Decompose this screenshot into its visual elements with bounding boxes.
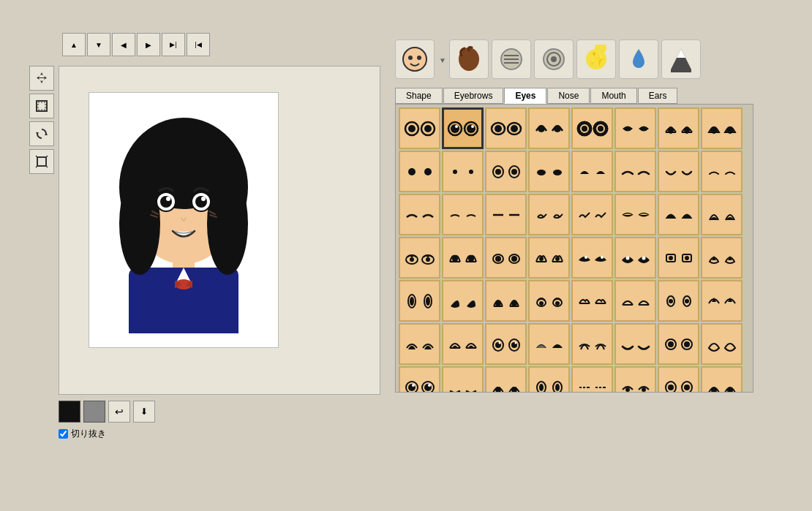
- undo-button[interactable]: ↩: [108, 401, 130, 423]
- eye-option-47[interactable]: [658, 323, 699, 365]
- moon-category-icon[interactable]: ✨: [576, 39, 616, 79]
- svg-point-133: [498, 341, 500, 344]
- eye-option-37[interactable]: [571, 280, 613, 322]
- eye-option-26[interactable]: [442, 237, 484, 279]
- eye-option-20[interactable]: [528, 194, 570, 235]
- eye-option-1[interactable]: [399, 107, 440, 149]
- eye-option-5[interactable]: [571, 107, 613, 149]
- eye-option-18[interactable]: [442, 194, 484, 235]
- eye-option-52[interactable]: [528, 366, 570, 393]
- save-button[interactable]: ⬇: [133, 401, 155, 423]
- eye-option-56[interactable]: [701, 366, 743, 393]
- crop-checkbox[interactable]: [59, 429, 68, 439]
- eye-option-38[interactable]: [614, 280, 656, 322]
- down-btn[interactable]: ▼: [87, 33, 110, 56]
- eye-option-46[interactable]: [614, 323, 656, 365]
- eye-option-41[interactable]: [399, 323, 440, 365]
- eye-option-19[interactable]: [485, 194, 527, 235]
- eye-option-48[interactable]: [701, 323, 743, 365]
- eye-grid: [396, 105, 753, 393]
- svg-point-159: [625, 387, 630, 392]
- eye-option-51[interactable]: [485, 366, 527, 393]
- eye-option-11[interactable]: [485, 151, 527, 192]
- eye-option-54[interactable]: [614, 366, 656, 393]
- svg-point-103: [539, 257, 544, 261]
- eye-option-25[interactable]: [399, 237, 440, 279]
- eye-option-9[interactable]: [399, 151, 440, 192]
- svg-line-6: [36, 156, 37, 157]
- eye-option-30[interactable]: [614, 237, 656, 279]
- eye-option-31[interactable]: [658, 237, 699, 279]
- eye-option-17[interactable]: [399, 194, 440, 235]
- tab-nose[interactable]: Nose: [547, 88, 590, 104]
- first-btn[interactable]: ▶|: [162, 33, 185, 56]
- eye-option-24[interactable]: [701, 194, 743, 235]
- left-toolbar: [29, 66, 54, 174]
- svg-point-24: [160, 196, 172, 208]
- rotate-tool[interactable]: [29, 121, 54, 146]
- eye-option-10[interactable]: [442, 151, 484, 192]
- svg-rect-2: [38, 102, 45, 110]
- eye-option-39[interactable]: [658, 280, 699, 322]
- eye-option-15[interactable]: [658, 151, 699, 192]
- primary-color-box[interactable]: [59, 401, 80, 423]
- eye-option-3[interactable]: [485, 107, 527, 149]
- svg-point-140: [684, 341, 690, 347]
- eye-option-28[interactable]: [528, 237, 570, 279]
- hair-category-icon[interactable]: [449, 39, 489, 79]
- tab-ears[interactable]: Ears: [638, 88, 678, 104]
- eye-option-14[interactable]: [614, 151, 656, 192]
- last-btn[interactable]: |◀: [187, 33, 210, 56]
- eye-option-29[interactable]: [571, 237, 613, 279]
- eye-option-21[interactable]: [571, 194, 613, 235]
- tab-eyebrows[interactable]: Eyebrows: [443, 88, 504, 104]
- eye-option-42[interactable]: [442, 323, 484, 365]
- eye-option-22[interactable]: [614, 194, 656, 235]
- eye-option-4[interactable]: [528, 107, 570, 149]
- eye-option-44[interactable]: [528, 323, 570, 365]
- left-nav-btn[interactable]: ◀: [112, 33, 135, 56]
- crop-tool[interactable]: [29, 149, 54, 174]
- tab-mouth[interactable]: Mouth: [590, 88, 636, 104]
- svg-line-89: [544, 214, 546, 217]
- secondary-color-box[interactable]: [83, 401, 105, 423]
- drop-category-icon[interactable]: [619, 39, 658, 79]
- circle-category-icon[interactable]: [534, 39, 574, 79]
- eye-option-35[interactable]: [485, 280, 527, 322]
- eye-option-55[interactable]: [658, 366, 699, 393]
- svg-text:✨: ✨: [587, 50, 606, 67]
- move-tool[interactable]: [29, 66, 54, 91]
- eye-option-36[interactable]: [528, 280, 570, 322]
- svg-point-21: [207, 173, 248, 275]
- eye-option-16[interactable]: [701, 151, 743, 192]
- eye-option-40[interactable]: [701, 280, 743, 322]
- eye-option-33[interactable]: [399, 280, 440, 322]
- eye-option-43[interactable]: [485, 323, 527, 365]
- tab-shape[interactable]: Shape: [395, 88, 443, 104]
- eye-option-23[interactable]: [658, 194, 699, 235]
- eye-option-34[interactable]: [442, 280, 484, 322]
- svg-point-52: [424, 125, 432, 132]
- eye-option-49[interactable]: [399, 366, 440, 393]
- eye-option-13[interactable]: [571, 151, 613, 192]
- select-tool[interactable]: [29, 94, 54, 118]
- face-category-icon[interactable]: [395, 39, 435, 79]
- tab-eyes[interactable]: Eyes: [504, 88, 546, 104]
- eye-option-7[interactable]: [658, 107, 699, 149]
- eye-option-6[interactable]: [614, 107, 656, 149]
- eye-option-8[interactable]: [701, 107, 743, 149]
- up-btn[interactable]: ▲: [62, 33, 86, 56]
- svg-point-86: [553, 170, 562, 175]
- canvas-inner[interactable]: [89, 92, 279, 348]
- lines-category-icon[interactable]: [492, 39, 531, 79]
- eye-option-27[interactable]: [485, 237, 527, 279]
- eye-option-32[interactable]: [701, 237, 743, 279]
- eye-option-50[interactable]: [442, 366, 484, 393]
- right-nav-btn[interactable]: ▶: [137, 33, 160, 56]
- eye-option-2[interactable]: [442, 107, 484, 149]
- eye-option-53[interactable]: [571, 366, 613, 393]
- eye-option-45[interactable]: [571, 323, 613, 365]
- eye-option-12[interactable]: [528, 151, 570, 192]
- eye-grid-panel[interactable]: [395, 104, 753, 393]
- mountain-category-icon[interactable]: [661, 39, 701, 79]
